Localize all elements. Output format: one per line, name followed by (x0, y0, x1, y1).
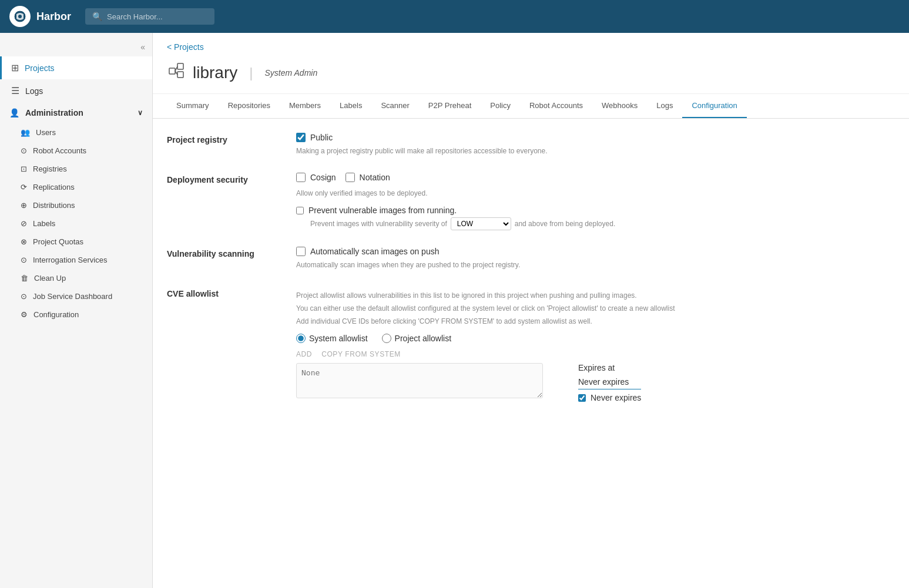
svg-rect-2 (169, 68, 175, 74)
sidebar-item-users[interactable]: 👥 Users (9, 123, 152, 142)
cve-allowlist-label: CVE allowlist (167, 287, 296, 402)
config-row-vulnerability-scanning: Vulnerability scanning Automatically sca… (167, 247, 895, 270)
tab-labels[interactable]: Labels (330, 94, 371, 118)
prevent-checkbox[interactable] (296, 207, 304, 214)
sidebar-label-distributions: Distributions (33, 201, 75, 210)
cve-textarea[interactable] (296, 363, 543, 398)
project-registry-description: Making a project registry public will ma… (296, 146, 895, 156)
cosign-label: Cosign (310, 173, 336, 182)
tab-policy[interactable]: Policy (481, 94, 520, 118)
content-area: < Projects library | System Admin Summar… (153, 33, 909, 588)
sidebar-item-replications[interactable]: ⟳ Replications (9, 178, 152, 196)
auto-scan-checkbox[interactable] (296, 247, 306, 256)
tab-configuration[interactable]: Configuration (682, 94, 746, 118)
project-registry-label: Project registry (167, 133, 296, 156)
sidebar-item-projects[interactable]: ⊞ Projects (0, 56, 152, 79)
sidebar-item-robot-accounts[interactable]: ⊙ Robot Accounts (9, 142, 152, 160)
cve-textarea-container (296, 363, 543, 400)
notation-checkbox-row: Notation (346, 173, 390, 182)
labels-icon: ⊘ (21, 219, 27, 228)
cve-desc3: Add individual CVE IDs before clicking '… (296, 316, 895, 327)
projects-icon: ⊞ (11, 62, 19, 73)
public-checkbox[interactable] (296, 133, 306, 142)
breadcrumb[interactable]: < Projects (153, 33, 909, 56)
severity-row: Prevent images with vulnerability severi… (310, 217, 895, 230)
project-allowlist-radio[interactable] (382, 334, 391, 343)
sidebar-item-cleanup[interactable]: 🗑 Clean Up (9, 269, 152, 287)
cve-desc2: You can either use the default allowlist… (296, 303, 895, 314)
tab-webhooks[interactable]: Webhooks (592, 94, 647, 118)
tab-robot-accounts[interactable]: Robot Accounts (520, 94, 592, 118)
tab-p2p-preheat[interactable]: P2P Preheat (419, 94, 481, 118)
notation-checkbox[interactable] (346, 173, 355, 182)
prevent-label: Prevent vulnerable images from running. (308, 206, 457, 215)
sidebar-collapse-button[interactable]: « (0, 38, 152, 56)
cve-desc1: Project allowlist allows vulnerabilities… (296, 290, 895, 301)
svg-rect-3 (177, 63, 183, 69)
never-expires-checkbox[interactable] (578, 394, 586, 402)
sidebar-label-logs: Logs (25, 86, 43, 96)
severity-prefix: Prevent images with vulnerability severi… (310, 220, 447, 228)
sidebar-label-labels: Labels (33, 219, 55, 228)
severity-dropdown[interactable]: LOW MEDIUM HIGH CRITICAL (451, 217, 511, 230)
search-bar[interactable]: 🔍 Search Harbor... (85, 8, 214, 25)
auto-scan-label: Automatically scan images on push (310, 247, 439, 256)
logo-icon (9, 6, 31, 27)
project-allowlist-option[interactable]: Project allowlist (382, 334, 451, 343)
allow-description: Allow only verified images to be deploye… (296, 188, 895, 199)
cosign-checkbox-row: Cosign (296, 173, 336, 182)
auto-scan-description: Automatically scan images when they are … (296, 260, 895, 270)
sidebar-label-project-quotas: Project Quotas (33, 237, 83, 246)
sidebar-label-registries: Registries (33, 164, 67, 173)
sidebar-label-projects: Projects (25, 63, 55, 73)
public-checkbox-row: Public (296, 133, 895, 142)
allowlist-radio-row: System allowlist Project allowlist (296, 334, 895, 343)
admin-icon: 👤 (9, 108, 19, 117)
sidebar-item-labels[interactable]: ⊘ Labels (9, 214, 152, 233)
sidebar-item-job-service-dashboard[interactable]: ⊙ Job Service Dashboard (9, 287, 152, 305)
page-title-icon (167, 61, 186, 84)
sidebar-label-job-service-dashboard: Job Service Dashboard (33, 292, 112, 301)
sidebar-label-users: Users (36, 128, 56, 137)
tab-members[interactable]: Members (280, 94, 330, 118)
svg-rect-4 (177, 72, 183, 78)
page-subtitle: System Admin (264, 68, 317, 78)
replications-icon: ⟳ (21, 183, 27, 191)
tab-summary[interactable]: Summary (167, 94, 219, 118)
sidebar-section-administration[interactable]: 👤 Administration ∨ (0, 102, 152, 123)
tab-scanner[interactable]: Scanner (371, 94, 418, 118)
project-registry-content: Public Making a project registry public … (296, 133, 895, 156)
prevent-row: Prevent vulnerable images from running. (296, 206, 895, 215)
tab-logs[interactable]: Logs (647, 94, 682, 118)
sidebar-item-logs[interactable]: ☰ Logs (0, 79, 152, 102)
deployment-security-label: Deployment security (167, 173, 296, 230)
sidebar-item-distributions[interactable]: ⊕ Distributions (9, 196, 152, 214)
sidebar-item-project-quotas[interactable]: ⊗ Project Quotas (9, 233, 152, 251)
cve-allowlist-content: Project allowlist allows vulnerabilities… (296, 287, 895, 402)
cosign-checkbox[interactable] (296, 173, 306, 182)
add-button[interactable]: ADD (296, 350, 312, 358)
copy-from-system-button[interactable]: COPY FROM SYSTEM (321, 350, 401, 358)
sidebar-item-registries[interactable]: ⊡ Registries (9, 160, 152, 178)
sidebar-label-robot-accounts: Robot Accounts (33, 146, 86, 155)
never-expires-title: Never expires (578, 377, 641, 387)
page-header: library | System Admin (153, 56, 909, 94)
vulnerability-scanning-content: Automatically scan images on push Automa… (296, 247, 895, 270)
sidebar-sub-items: 👥 Users ⊙ Robot Accounts ⊡ Registries ⟳ … (0, 123, 152, 324)
sidebar-label-cleanup: Clean Up (34, 274, 66, 283)
interrogation-icon: ⊙ (21, 256, 27, 264)
app-logo[interactable]: Harbor (9, 6, 71, 27)
collapse-icon: « (140, 42, 145, 52)
sidebar-item-configuration[interactable]: ⚙ Configuration (9, 305, 152, 324)
sidebar-label-interrogation-services: Interrogation Services (33, 256, 107, 264)
system-allowlist-radio[interactable] (296, 334, 306, 343)
sidebar: « ⊞ Projects ☰ Logs 👤 Administration ∨ 👥… (0, 33, 153, 588)
chevron-down-icon: ∨ (137, 109, 143, 117)
sidebar-item-interrogation-services[interactable]: ⊙ Interrogation Services (9, 251, 152, 269)
logs-icon: ☰ (11, 85, 19, 96)
tab-repositories[interactable]: Repositories (219, 94, 280, 118)
config-row-project-registry: Project registry Public Making a project… (167, 133, 895, 156)
users-icon: 👥 (21, 128, 30, 137)
search-placeholder: Search Harbor... (107, 12, 163, 21)
system-allowlist-option[interactable]: System allowlist (296, 334, 368, 343)
